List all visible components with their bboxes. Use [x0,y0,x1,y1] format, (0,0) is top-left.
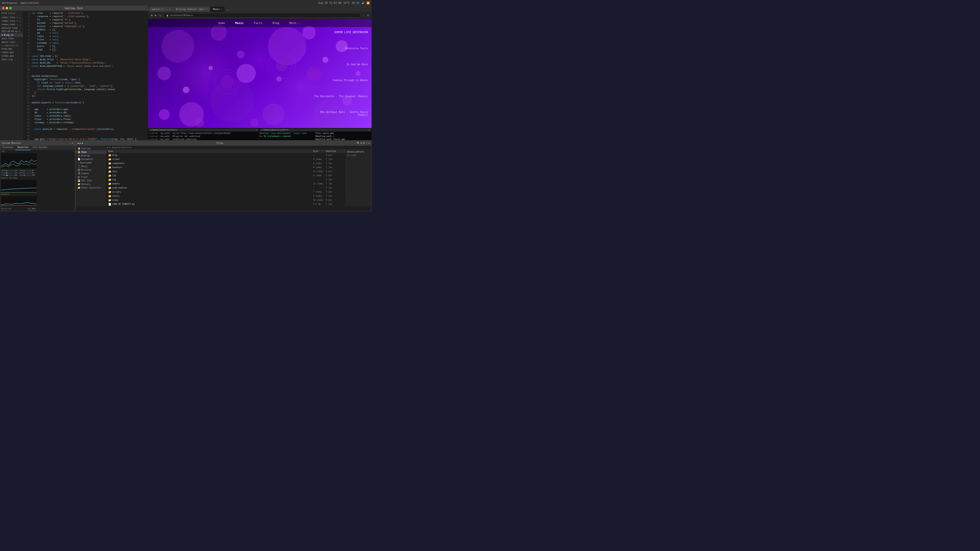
file-date-blog: 5 min [326,154,344,156]
fm-sidebar-downloads[interactable]: ⬇ Downloads [76,161,106,165]
folder-icon: 📁 [108,166,111,169]
fm-sidebar-history[interactable]: 📁 History [76,183,106,186]
tab-writing-close[interactable]: ✕ [206,8,207,11]
nav-facts[interactable]: Facts [252,21,264,26]
terminal-left-controls[interactable]: ✕ [256,129,257,131]
track-3[interactable]: In God We Rust [308,62,369,67]
fm-documents-label: Documents [81,158,93,160]
file-name-client: 📁client [108,158,313,161]
fm-minimize[interactable]: — [366,142,367,144]
fm-up[interactable]: ▶ [82,142,83,144]
file-blog-gmi[interactable]: blog.gmi [0,47,23,51]
table-row[interactable]: 📁log — 7 Jun [106,178,346,182]
tab-music-close[interactable]: ✕ [221,8,222,11]
fm-sidebar-osc[interactable]: 💾 OSC 315k [76,179,106,183]
mem-chart [1,180,37,192]
sysmon-controls[interactable]: — ✕ [70,142,73,144]
fm-sidebar-videos[interactable]: 🎬 Videos [76,171,106,175]
starred-icon: ⭐ [78,147,80,150]
fm-back[interactable]: ◀ [77,142,78,144]
table-row[interactable]: 📁node_modules — 7 Jun [106,186,346,190]
file-index-gmi2[interactable]: index.gmi [0,54,23,58]
file-index-less-blog[interactable]: index.less — blog [0,16,23,19]
fm-sidebar-pictures[interactable]: 🖼 Pictures [76,168,106,171]
fm-path-nav-2[interactable]: ▶ [110,146,111,149]
maximize-btn[interactable] [9,7,12,10]
nav-more[interactable]: More... [287,21,303,26]
file-post-html[interactable]: post.html [0,37,23,40]
table-row[interactable]: 📁components 6 items 7 Jun [106,162,346,165]
fm-sidebar-other[interactable]: 📁 Other Locations [76,186,106,189]
new-tab-btn[interactable]: + [225,8,230,12]
back-btn[interactable]: ◀ [150,13,153,17]
sysmon-tab-filesystems[interactable]: File Systems [30,146,49,150]
fm-sidebar-desktop[interactable]: 🖥 Desktop [76,154,106,157]
fm-sidebar-home[interactable]: 🏠 Home [76,150,106,154]
lock-icon: 🔒 [166,14,169,17]
minimize-btn[interactable] [6,7,8,10]
file-name-components: 📁components [108,162,313,165]
sysmon-tab-processes[interactable]: Processes [0,146,15,150]
applications-label[interactable]: Applications [21,2,39,4]
browser-tabs: gemini://... ✕ Writing Gemtext (gmi) ✕ M… [148,6,372,12]
trash-icon: 🗑 [78,176,80,178]
table-row[interactable]: 📁scripts 7 items 7 Jun [106,190,346,194]
table-row[interactable]: 📁models 11 items 7 Jun [106,182,346,186]
fm-close-icon[interactable]: ✕ [369,142,370,144]
fm-path-segment[interactable]: obsessiveFacts [112,146,129,149]
table-row[interactable]: 📁handlers 9 items 7 Jun [106,165,346,170]
volume-icon[interactable]: 🔊 [361,2,364,4]
file-2023[interactable]: 2023-08-05-my-review-o... [0,30,23,33]
sysmon-minimize[interactable]: — [70,142,71,144]
table-row[interactable]: 📁less 12 items 5 min [106,170,346,174]
address-bar[interactable]: 🔒 localhost/#/music [163,13,361,17]
file-default-html[interactable]: default.html [0,26,23,30]
track-5[interactable]: The Residents - The Sleeper (Remix) [308,94,369,99]
fm-sidebar-trash[interactable]: 🗑 Trash [76,175,106,179]
fm-forward[interactable]: ▶ [80,142,81,144]
settings-btn[interactable]: ⚙ [367,13,369,17]
file-index-html-about[interactable]: index.html — about [0,23,23,26]
table-row[interactable]: 📁views 12 items 5 min [106,198,346,202]
bookmark-btn[interactable]: ☆ [363,13,365,17]
tab-writing[interactable]: Writing Gemtext (gmi) ✕ [173,6,210,12]
tab-gemini[interactable]: gemini://... ✕ [149,6,173,12]
track-2[interactable]: Obsessive Facts [308,46,369,51]
forward-btn[interactable]: ▶ [154,13,157,17]
fm-view-btn[interactable]: ⊞ [361,142,362,144]
table-row[interactable]: 📁lib 4 items 5 min [106,174,346,178]
file-name-blog: 📁blog [108,154,313,157]
table-row[interactable]: 📁blog — 5 min [106,153,346,157]
table-row[interactable]: 📁client 6 items 7 Jun [106,157,346,162]
file-about-less[interactable]: about.less [0,40,23,44]
terminal-right-controls[interactable]: ✕ [368,129,369,131]
file-blog-js[interactable]: blog.js [0,33,23,37]
file-test-svg[interactable]: test.svg [0,58,23,61]
fm-music-label: Music [81,165,88,168]
fm-sidebar-documents[interactable]: 📄 Documents [76,157,106,161]
track-1[interactable]: SUPER LIFE DESTROYER [308,30,369,35]
fm-menu-btn[interactable]: ☰ [363,142,365,144]
nav-home[interactable]: Home [216,21,227,26]
workspaces-label[interactable]: Workspaces [2,2,18,4]
nav-blog[interactable]: Blog [270,21,282,26]
fm-path-nav-1[interactable]: ▶ [107,146,108,149]
table-row[interactable]: 📄CODE_OF_CONDUCT.md 2.5 kB 7 Jun [106,202,346,206]
cpu-svg [1,153,37,168]
fm-path-nav-3[interactable]: ▶ [130,146,131,149]
file-index-gmi[interactable]: index.gmi [0,51,23,54]
sysmon-close[interactable]: ✕ [72,142,73,144]
close-btn[interactable] [2,7,5,10]
track-6[interactable]: Men Without Hats - Safety Dance (Remix) [308,110,369,118]
fm-sidebar-music[interactable]: 🎵 Music [76,165,106,168]
fm-sidebar-starred[interactable]: ⭐ Starred [76,147,106,150]
tab-music[interactable]: Music ✕ [210,6,224,12]
track-4[interactable]: Coming Through in Waves [308,78,369,83]
tab-gemini-close[interactable]: ✕ [169,8,170,11]
file-index-less-blog2[interactable]: index.less — blog [0,19,23,23]
reload-btn[interactable]: ↻ [159,13,162,17]
sysmon-tab-resources[interactable]: Resources [15,146,30,150]
nav-music[interactable]: Music [233,21,246,26]
table-row[interactable]: 📁static 5 items 7 Jun [106,194,346,198]
fm-search-btn[interactable]: 🔍 [357,142,360,144]
